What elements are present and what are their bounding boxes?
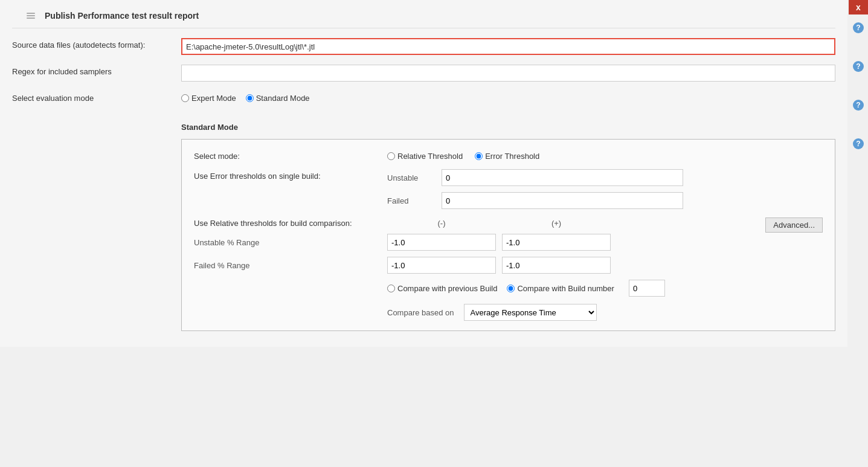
relative-thresholds-label: Use Relative thresholds for build compar… — [194, 219, 387, 228]
unstable-label: Unstable — [387, 173, 436, 182]
expert-mode-radio[interactable] — [181, 94, 189, 102]
source-data-input[interactable] — [181, 38, 835, 55]
evaluation-mode-control: Expert Mode Standard Mode — [181, 91, 835, 103]
help-circle-2: ? — [853, 61, 864, 72]
evaluation-mode-radio-group: Expert Mode Standard Mode — [181, 91, 835, 103]
error-thresholds-row: Use Error thresholds on single build: Un… — [194, 169, 823, 209]
compare-row: Compare with previous Build Compare with… — [387, 280, 823, 297]
expert-mode-label: Expert Mode — [191, 94, 236, 103]
regex-row: Regex for included samplers — [12, 65, 835, 82]
unstable-range-inputs — [387, 234, 611, 251]
compare-prev-option[interactable]: Compare with previous Build — [387, 284, 497, 293]
help-icon-1[interactable]: ? — [849, 21, 868, 35]
source-data-row: Source data files (autodetects format): — [12, 38, 835, 55]
based-on-label: Compare based on — [387, 308, 454, 317]
error-threshold-label: Error Threshold — [485, 152, 539, 161]
failed-range-label: Failed % Range — [194, 261, 387, 270]
relative-thresholds-section: Use Relative thresholds for build compar… — [194, 219, 823, 321]
select-mode-label: Select mode: — [194, 149, 387, 161]
unstable-plus-input[interactable] — [502, 234, 611, 251]
panel-title: Publish Performance test result report — [12, 6, 835, 28]
standard-mode-box: Select mode: Relative Threshold Error Th… — [181, 139, 835, 331]
standard-mode-spacer — [12, 118, 181, 120]
regex-input[interactable] — [181, 65, 835, 82]
grip-icon — [27, 13, 35, 19]
relative-threshold-label: Relative Threshold — [397, 152, 463, 161]
compare-build-radio[interactable] — [507, 285, 515, 292]
source-data-label: Source data files (autodetects format): — [12, 38, 181, 50]
failed-label: Failed — [387, 196, 436, 205]
close-button[interactable]: x — [849, 0, 868, 14]
failed-minus-input[interactable] — [387, 257, 496, 274]
failed-range-inputs — [387, 257, 611, 274]
select-mode-row: Select mode: Relative Threshold Error Th… — [194, 149, 823, 161]
standard-mode-area: Standard Mode Select mode: Relative Thre… — [181, 118, 835, 331]
failed-threshold-row: Failed — [387, 192, 823, 209]
compare-build-label: Compare with Build number — [517, 284, 614, 293]
standard-mode-radio[interactable] — [246, 94, 254, 102]
advanced-button[interactable]: Advanced... — [765, 217, 823, 233]
based-on-select[interactable]: Average Response Time Median Response Ti… — [464, 304, 597, 321]
mode-radio-group: Relative Threshold Error Threshold — [387, 149, 823, 161]
minus-header: (-) — [387, 219, 496, 228]
compare-prev-label: Compare with previous Build — [397, 284, 497, 293]
select-mode-content: Relative Threshold Error Threshold — [387, 149, 823, 161]
unstable-input[interactable] — [442, 169, 683, 186]
main-panel: Publish Performance test result report S… — [0, 0, 847, 347]
error-threshold-option[interactable]: Error Threshold — [475, 152, 539, 161]
compare-build-option[interactable]: Compare with Build number — [507, 284, 614, 293]
compare-build-number-input[interactable] — [629, 280, 665, 297]
help-icons-panel: ? ? ? ? — [849, 14, 868, 151]
unstable-minus-input[interactable] — [387, 234, 496, 251]
compare-prev-radio[interactable] — [387, 285, 395, 292]
page-container: x ? ? ? ? Publish Performance test resul… — [0, 0, 868, 467]
expert-mode-option[interactable]: Expert Mode — [181, 94, 236, 103]
failed-range-row: Failed % Range — [194, 257, 823, 274]
based-on-row: Compare based on Average Response Time M… — [387, 304, 823, 321]
plus-header: (+) — [502, 219, 611, 228]
help-circle-3: ? — [853, 100, 864, 111]
help-circle-4: ? — [853, 138, 864, 149]
failed-plus-input[interactable] — [502, 257, 611, 274]
unstable-range-row: Unstable % Range — [194, 234, 823, 251]
help-circle-1: ? — [853, 22, 864, 33]
relative-threshold-option[interactable]: Relative Threshold — [387, 152, 463, 161]
evaluation-mode-row: Select evaluation mode Expert Mode Stand… — [12, 91, 835, 108]
help-icon-3[interactable]: ? — [849, 98, 868, 112]
error-threshold-radio[interactable] — [475, 152, 483, 160]
standard-mode-option[interactable]: Standard Mode — [246, 94, 310, 103]
threshold-fields: Unstable Failed — [387, 169, 823, 209]
error-thresholds-label: Use Error thresholds on single build: — [194, 169, 387, 181]
help-icon-2[interactable]: ? — [849, 59, 868, 74]
error-thresholds-content: Unstable Failed — [387, 169, 823, 209]
compare-radio-group: Compare with previous Build Compare with… — [387, 280, 665, 297]
unstable-threshold-row: Unstable — [387, 169, 823, 186]
standard-mode-section-row: Standard Mode Select mode: Relative Thre… — [12, 118, 835, 331]
unstable-range-label: Unstable % Range — [194, 238, 387, 247]
failed-input[interactable] — [442, 192, 683, 209]
standard-mode-section-title: Standard Mode — [181, 123, 835, 132]
relative-header: Use Relative thresholds for build compar… — [194, 219, 765, 228]
standard-mode-label-text: Standard Mode — [256, 94, 310, 103]
source-data-control — [181, 38, 835, 55]
help-icon-4[interactable]: ? — [849, 137, 868, 151]
panel-title-text: Publish Performance test result report — [45, 11, 199, 21]
regex-control — [181, 65, 835, 82]
col-headers: (-) (+) — [387, 219, 611, 228]
evaluation-mode-label: Select evaluation mode — [12, 91, 181, 103]
regex-label: Regex for included samplers — [12, 65, 181, 76]
relative-threshold-radio[interactable] — [387, 152, 395, 160]
